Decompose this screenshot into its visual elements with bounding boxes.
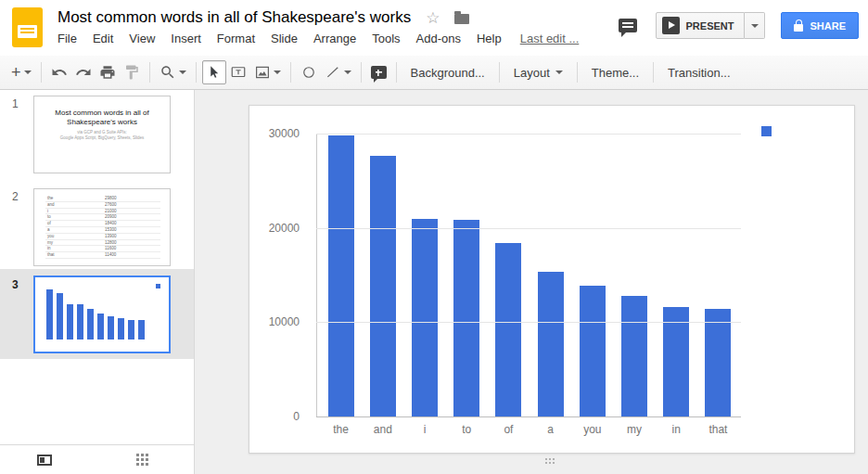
bar-column: my: [613, 134, 655, 416]
paint-format-button[interactable]: [120, 60, 144, 84]
menu-addons[interactable]: Add-ons: [416, 32, 461, 45]
menu-file[interactable]: File: [57, 32, 77, 45]
select-tool-button[interactable]: [202, 60, 226, 84]
slides-logo-icon[interactable]: [12, 7, 43, 47]
present-options-button[interactable]: [745, 12, 765, 39]
plus-icon: +: [11, 64, 21, 81]
star-icon[interactable]: ☆: [426, 10, 440, 26]
thumb-table-word: you: [45, 234, 105, 239]
thumb-table-word: a: [45, 227, 105, 233]
shape-icon: [300, 64, 317, 81]
comments-button[interactable]: [619, 19, 637, 32]
thumb-table-row: you13900: [45, 234, 160, 240]
thumb-table-row: to20900: [45, 214, 160, 221]
thumb-table-word: i: [45, 209, 105, 214]
thumb-table-row: in11600: [45, 246, 160, 252]
thumb-table-word: of: [45, 221, 105, 226]
chevron-down-icon: [344, 70, 351, 74]
chart-plot[interactable]: theanditoofayoumyinthat 0100002000030000: [249, 106, 854, 453]
filmstrip-view-icon[interactable]: [37, 455, 52, 466]
bar: [621, 296, 647, 416]
y-tick-label: 0: [249, 410, 300, 423]
insert-comment-button[interactable]: [367, 60, 390, 84]
theme-button[interactable]: Theme...: [583, 60, 647, 84]
thumb-bar: [138, 320, 145, 339]
menu-format[interactable]: Format: [217, 32, 255, 45]
thumb-table-row: of18400: [45, 221, 160, 227]
present-button[interactable]: PRESENT: [656, 12, 746, 39]
bar: [538, 272, 564, 416]
menu-slide[interactable]: Slide: [271, 32, 298, 45]
slide-thumbnail-2[interactable]: the29800and27600i21000to20900of18400a153…: [33, 188, 171, 266]
menu-bar: File Edit View Insert Format Slide Arran…: [57, 32, 579, 45]
slide-thumbnail-3[interactable]: [33, 275, 171, 353]
layout-button[interactable]: Layout: [505, 60, 571, 84]
thumb2-data-table: the29800and27600i21000to20900of18400a153…: [45, 196, 160, 259]
print-button[interactable]: [96, 60, 120, 84]
last-edit-link[interactable]: Last edit ...: [520, 32, 580, 45]
paint-format-icon: [123, 64, 140, 81]
canvas-area: theanditoofayoumyinthat 0100002000030000: [195, 90, 868, 474]
insert-image-button[interactable]: [250, 60, 285, 84]
bar: [580, 286, 606, 416]
toolbar-separator: [196, 62, 197, 83]
insert-line-button[interactable]: [321, 60, 355, 84]
chevron-down-icon: [555, 70, 563, 74]
menu-tools[interactable]: Tools: [372, 32, 400, 45]
thumb-table-row: the29800: [45, 196, 160, 202]
x-tick-label: in: [656, 423, 697, 436]
bar-column: that: [697, 134, 739, 416]
share-button[interactable]: SHARE: [781, 12, 859, 39]
new-slide-button[interactable]: +: [7, 60, 35, 84]
undo-icon: [51, 64, 68, 81]
document-title[interactable]: Most common words in all of Shakespeare'…: [57, 8, 411, 27]
slide-canvas[interactable]: theanditoofayoumyinthat 0100002000030000: [249, 105, 855, 454]
menu-insert[interactable]: Insert: [171, 32, 201, 45]
bar-column: of: [488, 134, 530, 416]
thumb-table-count: 18400: [105, 221, 117, 226]
background-button[interactable]: Background...: [402, 60, 493, 84]
print-icon: [99, 64, 116, 81]
zoom-button[interactable]: [156, 60, 190, 84]
google-slides-app: Most common words in all of Shakespeare'…: [0, 0, 868, 474]
thumb-table-count: 29800: [105, 196, 117, 201]
thumb-bar: [118, 318, 124, 339]
grid-view-icon[interactable]: [136, 454, 149, 467]
notes-resize-handle[interactable]: [545, 458, 556, 465]
bar-column: in: [656, 134, 697, 416]
bar: [328, 135, 354, 416]
bar: [453, 220, 479, 416]
menu-arrange[interactable]: Arrange: [313, 32, 356, 45]
thumb-bar: [87, 309, 94, 339]
header-actions: PRESENT SHARE: [619, 12, 859, 39]
content-area: 1 Most common words in all of Shakespear…: [0, 90, 868, 474]
undo-button[interactable]: [47, 60, 71, 84]
thumb-table-word: that: [45, 252, 105, 258]
text-box-button[interactable]: [226, 60, 250, 84]
menu-view[interactable]: View: [129, 32, 155, 45]
slide-filmstrip: 1 Most common words in all of Shakespear…: [0, 90, 195, 474]
thumb3-legend-swatch: [156, 284, 160, 288]
bar-column: the: [320, 134, 362, 416]
lock-icon: [794, 24, 803, 32]
gridline: [316, 322, 741, 323]
bar-column: to: [446, 134, 488, 416]
thumb-bar: [57, 293, 63, 339]
transition-button[interactable]: Transition...: [659, 60, 738, 84]
toolbar-separator: [41, 62, 42, 83]
insert-shape-button[interactable]: [297, 60, 321, 84]
share-label: SHARE: [810, 20, 846, 32]
x-tick-label: my: [613, 423, 655, 436]
slide-thumbnail-1[interactable]: Most common words in all of Shakespeare'…: [33, 96, 171, 173]
toolbar-separator: [396, 62, 397, 83]
redo-button[interactable]: [71, 60, 96, 84]
toolbar-separator: [149, 62, 150, 83]
thumb-bar: [108, 316, 114, 339]
move-to-folder-icon[interactable]: [454, 14, 469, 24]
chevron-down-icon: [24, 70, 32, 74]
thumb-bar: [46, 289, 53, 339]
menu-help[interactable]: Help: [477, 32, 502, 45]
y-tick-label: 30000: [249, 127, 300, 140]
bar-column: a: [530, 134, 571, 416]
menu-edit[interactable]: Edit: [93, 32, 113, 45]
